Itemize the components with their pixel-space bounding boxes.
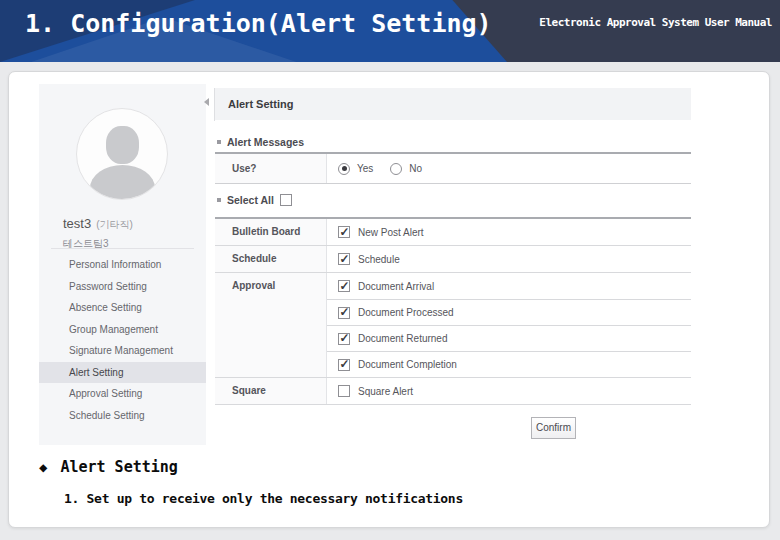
caption-title: Alert Setting (60, 458, 177, 476)
avatar-head-shape (106, 126, 139, 164)
option-document-returned: Document Returned (327, 325, 691, 351)
sidebar-item-absence-setting[interactable]: Absence Setting (39, 297, 206, 319)
content-card: test3(기타직) 테스트팀3 Personal Information Pa… (8, 71, 770, 528)
checkbox-document-arrival[interactable] (338, 280, 350, 292)
sidebar-item-personal-information[interactable]: Personal Information (39, 254, 206, 276)
radio-no[interactable] (390, 163, 402, 175)
sidebar-divider (51, 248, 194, 249)
table-row: Use? Yes No (215, 154, 691, 184)
square-bullet-icon (217, 140, 221, 144)
slide: 1. Configuration(Alert Setting) Electron… (0, 0, 780, 540)
manual-title: Electronic Approval System User Manual (539, 16, 772, 29)
avatar-body-shape (90, 165, 155, 200)
section-alert-messages: Alert Messages (217, 136, 304, 148)
option-label: Schedule (358, 254, 400, 265)
section-alert-messages-label: Alert Messages (227, 136, 304, 148)
option-schedule: Schedule (327, 246, 691, 272)
option-document-processed: Document Processed (327, 299, 691, 325)
section-select-all: Select All (217, 194, 292, 206)
user-name-text: test3 (63, 216, 91, 231)
table-row: Approval Document Arrival Document Proce… (215, 273, 691, 378)
category-approval: Approval (215, 273, 327, 377)
user-role: (기타직) (96, 219, 133, 230)
alert-options-table: Bulletin Board New Post Alert Schedule S… (215, 217, 691, 405)
sidebar-item-password-setting[interactable]: Password Setting (39, 276, 206, 298)
select-all-checkbox[interactable] (280, 194, 292, 206)
checkbox-schedule[interactable] (338, 253, 350, 265)
avatar (76, 108, 168, 200)
sidebar-item-signature-management[interactable]: Signature Management (39, 340, 206, 362)
collapse-arrow-icon[interactable] (204, 98, 209, 106)
checkbox-new-post-alert[interactable] (338, 226, 350, 238)
caption-line: 1. Set up to receive only the necessary … (64, 491, 463, 506)
option-new-post-alert: New Post Alert (327, 219, 691, 245)
user-name: test3(기타직) (63, 216, 133, 232)
diamond-bullet-icon: ◆ (39, 459, 47, 475)
sidebar-item-alert-setting[interactable]: Alert Setting (39, 362, 206, 384)
option-label: Square Alert (358, 386, 413, 397)
select-all-label: Select All (227, 194, 274, 206)
option-label: Document Arrival (358, 281, 434, 292)
use-label: Use? (215, 154, 327, 183)
option-square-alert: Square Alert (327, 378, 691, 404)
use-options: Yes No (327, 154, 691, 183)
table-row: Bulletin Board New Post Alert (215, 219, 691, 246)
checkbox-document-returned[interactable] (338, 333, 350, 345)
option-label: New Post Alert (358, 227, 424, 238)
option-document-completion: Document Completion (327, 351, 691, 377)
category-square: Square (215, 378, 327, 404)
table-row: Square Square Alert (215, 378, 691, 405)
radio-yes[interactable] (338, 163, 350, 175)
sidebar-item-schedule-setting[interactable]: Schedule Setting (39, 405, 206, 427)
sidebar-item-approval-setting[interactable]: Approval Setting (39, 383, 206, 405)
radio-no-label: No (409, 163, 422, 174)
category-bulletin-board: Bulletin Board (215, 219, 327, 245)
radio-yes-label: Yes (357, 163, 373, 174)
slide-header: 1. Configuration(Alert Setting) Electron… (0, 0, 780, 62)
confirm-button[interactable]: Confirm (531, 417, 576, 439)
checkbox-document-processed[interactable] (338, 307, 350, 319)
caption-heading: ◆ Alert Setting (39, 458, 178, 476)
sidebar-menu: Personal Information Password Setting Ab… (39, 254, 206, 426)
app-sidebar: test3(기타직) 테스트팀3 Personal Information Pa… (39, 84, 206, 445)
option-label: Document Completion (358, 359, 457, 370)
table-row: Schedule Schedule (215, 246, 691, 273)
category-schedule: Schedule (215, 246, 327, 272)
option-document-arrival: Document Arrival (327, 273, 691, 299)
checkbox-document-completion[interactable] (338, 359, 350, 371)
panel-title: Alert Setting (215, 88, 691, 120)
sidebar-item-group-management[interactable]: Group Management (39, 319, 206, 341)
square-bullet-icon (217, 198, 221, 202)
use-table: Use? Yes No (215, 152, 691, 184)
option-label: Document Processed (358, 307, 454, 318)
option-label: Document Returned (358, 333, 448, 344)
checkbox-square-alert[interactable] (338, 385, 350, 397)
page-title: 1. Configuration(Alert Setting) (25, 9, 492, 38)
